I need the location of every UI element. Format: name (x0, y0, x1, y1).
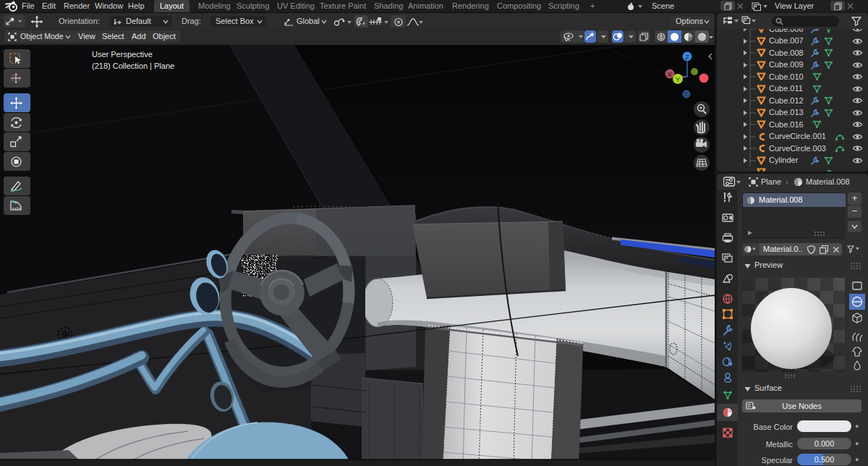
svg-text:Z: Z (685, 54, 689, 61)
svg-text:X: X (668, 71, 672, 78)
svg-text:Y: Y (676, 76, 680, 83)
